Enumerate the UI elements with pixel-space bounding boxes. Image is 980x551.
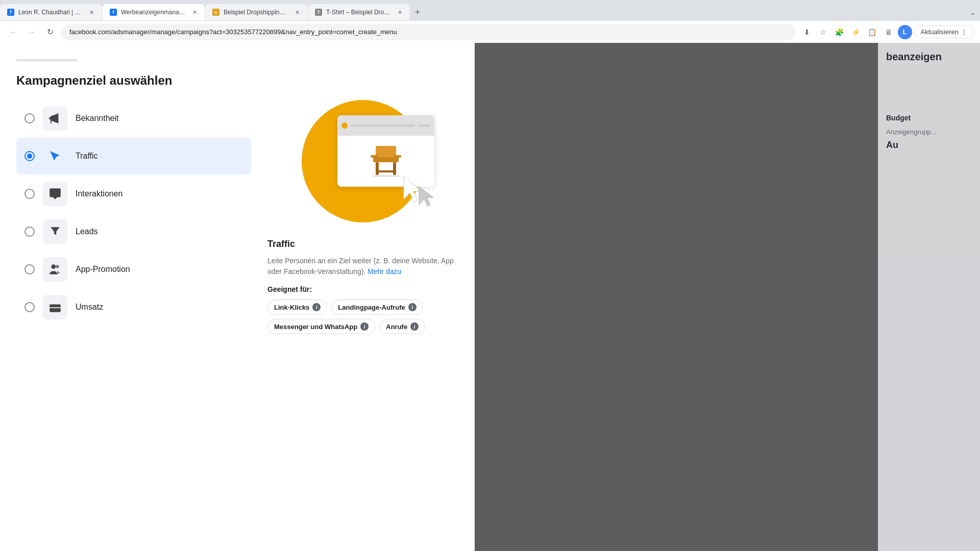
goal-item-traffic[interactable]: Traffic bbox=[16, 138, 251, 174]
tab-3-label: Beispiel Dropshipping Store · ... bbox=[224, 9, 288, 16]
extension-icon[interactable]: 🧩 bbox=[832, 25, 847, 39]
goal-item-bekanntheit[interactable]: Bekanntheit bbox=[16, 100, 251, 137]
umsatz-label: Umsatz bbox=[76, 303, 103, 312]
forward-button[interactable]: → bbox=[24, 25, 39, 39]
svg-rect-12 bbox=[394, 155, 401, 158]
tab-list-arrow[interactable]: ⌄ bbox=[970, 8, 980, 16]
interaktionen-icon bbox=[43, 182, 67, 206]
tab-1-close[interactable]: ✕ bbox=[89, 8, 95, 16]
star-icon[interactable]: ☆ bbox=[816, 25, 830, 39]
aktualisieren-label: Aktualisieren bbox=[921, 28, 959, 36]
tag-link-klicks-info[interactable]: i bbox=[312, 303, 321, 311]
tag-anrufe[interactable]: Anrufe i bbox=[379, 319, 425, 334]
tab-3[interactable]: S Beispiel Dropshipping Store · ... ✕ bbox=[205, 4, 307, 20]
tag-link-klicks[interactable]: Link-Klicks i bbox=[267, 299, 327, 315]
tag-landingpage[interactable]: Landingpage-Aufrufe i bbox=[331, 299, 423, 315]
mehr-dazu-link[interactable]: Mehr dazu bbox=[368, 267, 401, 276]
goal-item-interaktionen[interactable]: Interaktionen bbox=[16, 176, 251, 212]
tab-3-favicon: S bbox=[212, 9, 219, 16]
goal-list-container: Bekanntheit bbox=[16, 100, 251, 334]
tab-1-favicon: f bbox=[7, 9, 14, 16]
svg-line-1 bbox=[51, 120, 51, 123]
illus-orange-dot bbox=[341, 122, 348, 129]
tab-4[interactable]: T T-Shirt – Beispiel Dropshippin... ✕ bbox=[308, 4, 410, 20]
description-text: Leite Personen an ein Ziel weiter (z. B.… bbox=[267, 256, 458, 277]
tab-bar: f Leon R. Chaudhari | Facebook ✕ f Werbe… bbox=[0, 0, 980, 20]
tag-landingpage-label: Landingpage-Aufrufe bbox=[338, 304, 405, 311]
tag-link-klicks-label: Link-Klicks bbox=[274, 304, 309, 311]
address-bar-row: ← → ↻ facebook.com/adsmanager/manage/cam… bbox=[0, 20, 980, 43]
cursor-arrows-svg bbox=[399, 171, 439, 212]
bekanntheit-label: Bekanntheit bbox=[76, 114, 119, 123]
download-icon[interactable]: ⬇ bbox=[800, 25, 814, 39]
illus-header-bar bbox=[351, 124, 415, 127]
anzeigengruppe-text: Anzeigengrupp... bbox=[886, 128, 972, 136]
tab-1-label: Leon R. Chaudhari | Facebook bbox=[18, 9, 83, 16]
app-promotion-label: App-Promotion bbox=[76, 265, 130, 274]
tag-landingpage-info[interactable]: i bbox=[408, 303, 416, 311]
tab-2-close[interactable]: ✕ bbox=[191, 8, 198, 16]
new-tab-button[interactable]: + bbox=[410, 5, 425, 19]
modal-top-bar bbox=[16, 59, 78, 61]
extension2-icon[interactable]: ⚡ bbox=[849, 25, 863, 39]
illus-card-header bbox=[337, 115, 434, 136]
beanzeigen-text: beanzeigen bbox=[886, 51, 972, 63]
tab-4-close[interactable]: ✕ bbox=[397, 8, 403, 16]
url-text: facebook.com/adsmanager/manage/campaigns… bbox=[69, 28, 397, 36]
traffic-illustration bbox=[291, 100, 434, 222]
svg-rect-0 bbox=[51, 116, 52, 121]
radio-traffic[interactable] bbox=[24, 151, 35, 161]
profile-avatar[interactable]: L bbox=[898, 25, 912, 39]
back-button[interactable]: ← bbox=[6, 25, 20, 39]
illus-header-bar2 bbox=[418, 124, 430, 127]
geeignet-fuer-title: Geeignet für: bbox=[267, 285, 458, 293]
tab-2[interactable]: f Werbeanzeigenmanager - Wer... ✕ bbox=[103, 4, 205, 20]
main-area: ▼ ✏ Bea gne für Traffic aus 1 Kampagne i bbox=[0, 43, 980, 551]
tab-2-label: Werbeanzeigenmanager - Wer... bbox=[121, 9, 185, 16]
address-bar[interactable]: facebook.com/adsmanager/manage/campaigns… bbox=[61, 24, 796, 40]
radio-app-promotion[interactable] bbox=[24, 264, 35, 274]
tags-row: Link-Klicks i Landingpage-Aufrufe i Mess… bbox=[267, 299, 458, 334]
aktualisieren-dots: ⋮ bbox=[961, 28, 967, 36]
tag-messenger-info[interactable]: i bbox=[360, 322, 369, 331]
modal-panel: Kampagnenziel auswählen bbox=[0, 43, 475, 551]
tab-1[interactable]: f Leon R. Chaudhari | Facebook ✕ bbox=[0, 4, 102, 20]
svg-rect-4 bbox=[50, 305, 61, 312]
traffic-label: Traffic bbox=[76, 152, 98, 161]
tag-messenger[interactable]: Messenger und WhatsApp i bbox=[267, 319, 375, 334]
svg-point-2 bbox=[51, 264, 56, 269]
aktualisieren-button[interactable]: Aktualisieren ⋮ bbox=[914, 26, 974, 38]
svg-rect-11 bbox=[371, 155, 378, 158]
umsatz-icon bbox=[43, 295, 67, 319]
goal-item-leads[interactable]: Leads bbox=[16, 213, 251, 250]
right-overlay: beanzeigen Budget Anzeigengrupp... Au bbox=[475, 43, 980, 551]
svg-rect-9 bbox=[393, 162, 396, 175]
svg-rect-8 bbox=[376, 162, 379, 175]
modal-content: Bekanntheit bbox=[16, 100, 458, 334]
leads-icon bbox=[43, 219, 67, 244]
radio-interaktionen[interactable] bbox=[24, 189, 35, 199]
reload-button[interactable]: ↻ bbox=[43, 25, 57, 39]
extension4-icon[interactable]: 🖥 bbox=[881, 25, 896, 39]
tab-2-favicon: f bbox=[110, 9, 117, 16]
svg-point-3 bbox=[56, 265, 59, 268]
goal-item-app-promotion[interactable]: App-Promotion bbox=[16, 251, 251, 288]
tab-3-close[interactable]: ✕ bbox=[294, 8, 300, 16]
tag-anrufe-label: Anrufe bbox=[386, 323, 407, 331]
au-text: Au bbox=[886, 140, 972, 151]
extension3-icon[interactable]: 📋 bbox=[865, 25, 879, 39]
app-promotion-icon bbox=[43, 257, 67, 282]
browser-chrome: f Leon R. Chaudhari | Facebook ✕ f Werbe… bbox=[0, 0, 980, 43]
tab-4-favicon: T bbox=[315, 9, 322, 16]
description-text-content: Leite Personen an ein Ziel weiter (z. B.… bbox=[267, 257, 454, 276]
tag-anrufe-info[interactable]: i bbox=[410, 322, 419, 331]
radio-umsatz[interactable] bbox=[24, 302, 35, 312]
radio-leads[interactable] bbox=[24, 227, 35, 237]
tab-4-label: T-Shirt – Beispiel Dropshippin... bbox=[326, 9, 390, 16]
description-title: Traffic bbox=[267, 239, 458, 249]
tag-messenger-label: Messenger und WhatsApp bbox=[274, 323, 357, 331]
goal-item-umsatz[interactable]: Umsatz bbox=[16, 289, 251, 325]
svg-rect-10 bbox=[376, 170, 396, 172]
interaktionen-label: Interaktionen bbox=[76, 189, 123, 198]
radio-bekanntheit[interactable] bbox=[24, 113, 35, 123]
